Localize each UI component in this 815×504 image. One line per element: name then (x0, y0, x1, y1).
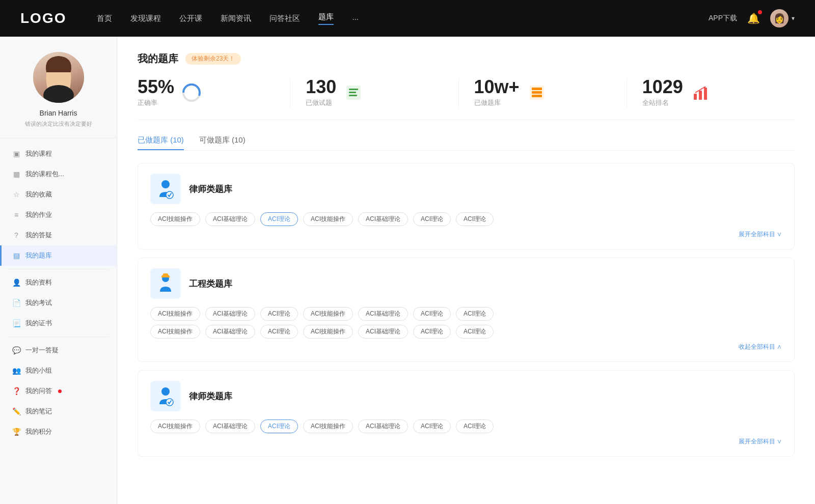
sidebar-label: 我的证书 (25, 319, 52, 328)
nav-discover[interactable]: 发现课程 (130, 14, 161, 23)
tag[interactable]: ACI技能操作 (150, 307, 200, 321)
tag[interactable]: ACI理论 (413, 419, 451, 433)
tag[interactable]: ACI理论 (456, 212, 494, 226)
tag[interactable]: ACI基础理论 (205, 212, 255, 226)
sidebar-label: 我的答疑 (25, 231, 52, 240)
trial-badge: 体验剩余23天！ (185, 53, 241, 65)
done-banks-icon (527, 82, 547, 103)
svg-point-17 (161, 180, 170, 188)
stat-accuracy-text: 55% 正确率 (138, 78, 174, 107)
tag[interactable]: ACI基础理论 (358, 419, 408, 433)
sidebar-item-my-favorites[interactable]: ☆ 我的收藏 (0, 184, 117, 205)
svg-rect-6 (349, 89, 358, 90)
svg-rect-20 (163, 273, 168, 275)
expand-link-1[interactable]: 展开全部科目 ∨ (150, 230, 782, 239)
tag-active[interactable]: ACI理论 (260, 212, 298, 226)
nav-question-bank[interactable]: 题库 (318, 12, 334, 25)
svg-rect-11 (532, 91, 542, 94)
notification-bell[interactable]: 🔔 (747, 12, 760, 24)
stats-row: 55% 正确率 130 已做试题 (138, 78, 795, 120)
svg-rect-13 (694, 94, 697, 100)
tag[interactable]: ACI基础理论 (205, 419, 255, 433)
tag[interactable]: ACI理论 (413, 307, 451, 321)
stat-site-rank-label: 全站排名 (642, 98, 683, 107)
engineer-bank-icon (150, 268, 181, 299)
bank-card-header-3: 律师类题库 (150, 381, 782, 411)
tag[interactable]: ACI理论 (456, 325, 494, 339)
tag[interactable]: ACI技能操作 (150, 419, 200, 433)
main-header: LOGO 首页 发现课程 公开课 新闻资讯 问答社区 题库 ··· APP下载 … (0, 0, 815, 37)
stat-done-banks-label: 已做题库 (474, 98, 520, 107)
tag[interactable]: ACI理论 (413, 325, 451, 339)
sidebar-item-one-on-one[interactable]: 💬 一对一答疑 (0, 340, 117, 360)
sidebar-item-my-bank[interactable]: ▤ 我的题库 (0, 245, 117, 266)
app-download-button[interactable]: APP下载 (709, 14, 737, 23)
sidebar-label: 我的课程 (25, 149, 52, 158)
tag[interactable]: ACI理论 (456, 307, 494, 321)
sidebar-label: 我的考试 (25, 298, 52, 307)
cert-icon: 📃 (12, 319, 20, 327)
tab-done-banks[interactable]: 已做题库 (10) (138, 135, 184, 150)
tag[interactable]: ACI技能操作 (150, 212, 200, 226)
bank-card-engineer: 工程类题库 ACI技能操作 ACI基础理论 ACI理论 ACI技能操作 ACI基… (138, 258, 795, 362)
stat-done-questions-label: 已做试题 (306, 98, 336, 107)
tag[interactable]: ACI基础理论 (358, 212, 408, 226)
nav-open-course[interactable]: 公开课 (179, 14, 202, 23)
tag[interactable]: ACI基础理论 (358, 307, 408, 321)
site-rank-icon (690, 82, 711, 103)
tag[interactable]: ACI理论 (456, 419, 494, 433)
tag[interactable]: ACI技能操作 (303, 419, 353, 433)
user-avatar-wrapper[interactable]: 👩 ▾ (770, 9, 795, 27)
chevron-down-icon: ▾ (792, 15, 795, 22)
nav-news[interactable]: 新闻资讯 (221, 14, 251, 23)
lawyer-bank-icon-2 (150, 381, 181, 411)
tags-row-3: ACI技能操作 ACI基础理论 ACI理论 ACI技能操作 ACI基础理论 AC… (150, 419, 782, 433)
stat-done-banks-text: 10w+ 已做题库 (474, 78, 520, 107)
main-nav: 首页 发现课程 公开课 新闻资讯 问答社区 题库 ··· (97, 12, 709, 25)
questions-icon: ❓ (12, 387, 20, 395)
points-icon: 🏆 (12, 428, 20, 436)
tag[interactable]: ACI基础理论 (205, 325, 255, 339)
profile-name: Brian Harris (40, 109, 77, 117)
sidebar-label: 我的积分 (25, 427, 52, 436)
expand-link-3[interactable]: 展开全部科目 ∨ (150, 437, 782, 446)
tag[interactable]: ACI理论 (260, 325, 298, 339)
sidebar-item-my-homework[interactable]: ≡ 我的作业 (0, 205, 117, 225)
stat-site-rank-number: 1029 (642, 78, 683, 96)
tag[interactable]: ACI理论 (260, 307, 298, 321)
nav-home[interactable]: 首页 (97, 14, 112, 23)
sidebar-divider (8, 269, 108, 269)
sidebar-item-my-points[interactable]: 🏆 我的积分 (0, 422, 117, 442)
sidebar-item-my-notes[interactable]: ✏️ 我的笔记 (0, 401, 117, 422)
svg-rect-15 (704, 88, 707, 100)
sidebar-item-my-group[interactable]: 👥 我的小组 (0, 360, 117, 381)
sidebar-item-my-qa[interactable]: ? 我的答疑 (0, 225, 117, 245)
tag[interactable]: ACI技能操作 (303, 307, 353, 321)
svg-rect-12 (532, 95, 542, 97)
collapse-link-2[interactable]: 收起全部科目 ∧ (150, 343, 782, 351)
tag-active[interactable]: ACI理论 (260, 419, 298, 433)
sidebar-item-my-profile[interactable]: 👤 我的资料 (0, 272, 117, 293)
nav-qa[interactable]: 问答社区 (269, 14, 300, 23)
tag[interactable]: ACI理论 (413, 212, 451, 226)
sidebar-item-my-course-pack[interactable]: ▦ 我的课程包... (0, 164, 117, 184)
tag[interactable]: ACI技能操作 (150, 325, 200, 339)
lawyer-bank-icon-1 (150, 174, 181, 204)
sidebar-item-my-course[interactable]: ▣ 我的课程 (0, 144, 117, 164)
sidebar-item-my-exam[interactable]: 📄 我的考试 (0, 293, 117, 313)
tag[interactable]: ACI基础理论 (358, 325, 408, 339)
sidebar-label: 一对一答疑 (25, 346, 59, 355)
profile-icon: 👤 (12, 278, 20, 287)
sidebar-label: 我的题库 (25, 251, 52, 260)
tag[interactable]: ACI基础理论 (205, 307, 255, 321)
course-pack-icon: ▦ (12, 170, 20, 178)
tag[interactable]: ACI技能操作 (303, 325, 353, 339)
tag[interactable]: ACI技能操作 (303, 212, 353, 226)
sidebar-item-my-cert[interactable]: 📃 我的证书 (0, 313, 117, 333)
sidebar-menu: ▣ 我的课程 ▦ 我的课程包... ☆ 我的收藏 ≡ 我的作业 ? 我的答疑 ▤… (0, 144, 117, 442)
tab-available-banks[interactable]: 可做题库 (10) (199, 135, 246, 150)
sidebar-item-my-questions[interactable]: ❓ 我的问答 (0, 381, 117, 401)
sidebar-label: 我的课程包... (25, 170, 64, 179)
nav-more[interactable]: ··· (352, 14, 359, 23)
page-title-row: 我的题库 体验剩余23天！ (138, 52, 795, 66)
